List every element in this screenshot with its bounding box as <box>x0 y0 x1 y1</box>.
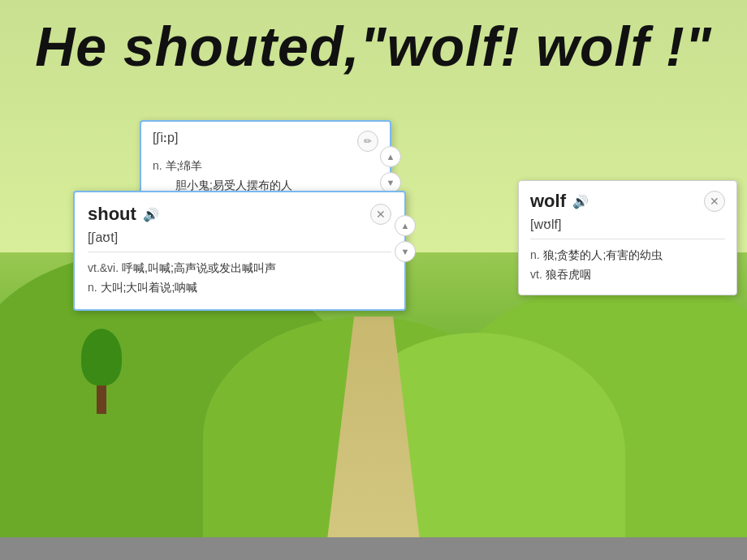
shout-word: shout <box>88 204 136 225</box>
sheep-edit-button[interactable]: ✏ <box>357 131 378 152</box>
wolf-def-vt-cn: 狼吞虎咽 <box>546 268 591 281</box>
wolf-part-n: n. <box>530 248 540 261</box>
main-title: He shouted,"wolf! wolf !" <box>0 15 747 78</box>
sheep-part-n: n. <box>153 159 162 172</box>
sheep-phonetic: [ʃiːp] <box>153 130 178 145</box>
shout-separator-1 <box>88 252 391 252</box>
title-text: He shouted,"wolf! wolf !" <box>35 15 712 77</box>
wolf-def-n-cn: 狼;贪婪的人;有害的幼虫 <box>543 248 663 261</box>
tree <box>81 325 122 414</box>
sheep-scroll-up[interactable]: ▲ <box>380 146 401 167</box>
wolf-close-button[interactable]: ✕ <box>704 191 725 212</box>
shout-part-vt: vt.&vi. <box>88 261 119 274</box>
sheep-def-cn-1: 羊;绵羊 <box>166 159 203 172</box>
sheep-definition: n. 羊;绵羊 胆小鬼;易受人摆布的人 <box>153 157 378 196</box>
bottom-bar <box>0 537 747 560</box>
shout-def-n-cn: 大叫;大叫着说;呐喊 <box>101 281 198 294</box>
wolf-definition: n. 狼;贪婪的人;有害的幼虫 vt. 狼吞虎咽 <box>530 246 725 285</box>
sheep-header: [ʃiːp] ✏ <box>153 130 378 152</box>
shout-part-n: n. <box>88 281 97 294</box>
popup-shout: shout 🔊 ✕ [ʃaʊt] vt.&vi. 呼喊,叫喊;高声说或发出喊叫声… <box>73 191 406 311</box>
shout-scroll-down[interactable]: ▼ <box>395 241 416 262</box>
wolf-word: wolf <box>530 191 566 212</box>
popup-wolf: wolf 🔊 ✕ [wʊlf] n. 狼;贪婪的人;有害的幼虫 vt. 狼吞虎咽 <box>518 180 737 295</box>
sheep-def-cn-2: 胆小鬼;易受人摆布的人 <box>153 179 292 192</box>
shout-scroll-up[interactable]: ▲ <box>395 215 416 236</box>
shout-phonetic: [ʃaʊt] <box>88 230 391 245</box>
shout-def-vt-cn: 呼喊,叫喊;高声说或发出喊叫声 <box>122 261 276 274</box>
wolf-speaker-icon[interactable]: 🔊 <box>572 194 589 209</box>
shout-definition: vt.&vi. 呼喊,叫喊;高声说或发出喊叫声 n. 大叫;大叫着说;呐喊 <box>88 259 391 298</box>
shout-close-button[interactable]: ✕ <box>370 204 391 225</box>
wolf-separator <box>530 239 725 239</box>
wolf-header: wolf 🔊 ✕ <box>530 191 725 212</box>
wolf-phonetic: [wʊlf] <box>530 217 725 232</box>
wolf-part-vt: vt. <box>530 268 542 281</box>
shout-speaker-icon[interactable]: 🔊 <box>143 207 159 222</box>
shout-header: shout 🔊 ✕ <box>88 204 391 225</box>
